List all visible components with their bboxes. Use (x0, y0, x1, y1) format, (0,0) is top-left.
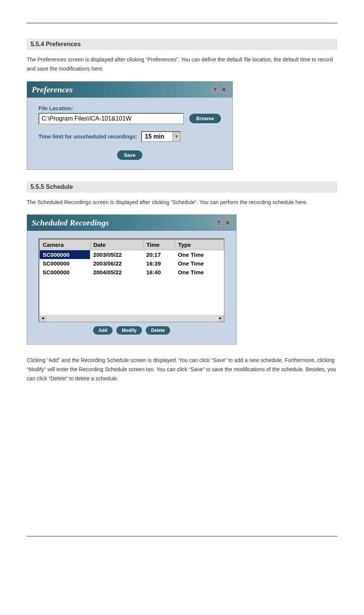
time-limit-select[interactable]: 15 min ▼ (141, 131, 181, 142)
titlebar: Preferences ? ✕ (27, 82, 232, 98)
scroll-left-icon[interactable]: ◄ (39, 315, 46, 322)
col-date[interactable]: Date (90, 240, 143, 250)
close-icon[interactable]: ✕ (224, 219, 232, 227)
section-heading-schedule: 5.5.5 Schedule (27, 181, 337, 193)
modify-button[interactable]: Modify (116, 326, 142, 335)
window-title: Preferences (32, 85, 73, 95)
table-empty-area (39, 277, 224, 315)
schedule-table: Camera Date Time Type SC000000 2003/05/2… (39, 238, 225, 322)
cell-type: One Time (175, 250, 224, 259)
cell-time: 16:39 (143, 259, 175, 268)
cell-date: 2003/06/22 (90, 259, 143, 268)
add-button[interactable]: Add (93, 326, 113, 335)
cell-camera: SC000000 (40, 259, 90, 268)
section-text-schedule: The Scheduled Recordings screen is displ… (27, 198, 337, 207)
scroll-right-icon[interactable]: ► (217, 315, 224, 322)
cell-type: One Time (175, 268, 224, 277)
section-text-preferences: The Preferences screen is displayed afte… (27, 55, 337, 74)
file-location-input[interactable]: C:\Program Files\ICA-101&101W (39, 113, 184, 124)
close-icon[interactable]: ✕ (220, 86, 228, 93)
section-heading-preferences: 5.5.4 Preferences (27, 39, 337, 50)
cell-type: One Time (175, 259, 224, 268)
window-title: Scheduled Recordings (32, 218, 109, 228)
titlebar: Scheduled Recordings ? ✕ (27, 215, 236, 231)
file-location-label: File Location: (39, 105, 221, 111)
delete-button[interactable]: Delete (146, 326, 170, 335)
footer-text: Clicking “Add” and the Recording Schedul… (27, 356, 337, 383)
time-limit-value: 15 min (142, 132, 172, 141)
help-icon[interactable]: ? (211, 86, 219, 93)
col-type[interactable]: Type (175, 240, 224, 250)
cell-camera: SC000000 (40, 268, 90, 277)
browse-button[interactable]: Browse (189, 114, 221, 123)
chevron-down-icon[interactable]: ▼ (172, 132, 180, 141)
save-button[interactable]: Save (117, 150, 142, 160)
help-icon[interactable]: ? (215, 219, 222, 227)
scroll-track[interactable] (46, 315, 217, 322)
cell-date: 2004/05/22 (90, 268, 143, 277)
schedule-window: Scheduled Recordings ? ✕ Camera Date Tim… (27, 214, 237, 345)
cell-camera: SC000000 (40, 250, 90, 259)
cell-date: 2003/05/22 (90, 250, 143, 259)
table-row[interactable]: SC000000 2004/05/22 16:40 One Time (40, 268, 224, 277)
col-time[interactable]: Time (143, 240, 175, 250)
cell-time: 20:17 (143, 250, 175, 259)
preferences-window: Preferences ? ✕ File Location: C:\Progra… (27, 81, 233, 170)
col-camera[interactable]: Camera (40, 240, 90, 250)
table-row[interactable]: SC000000 2003/06/22 16:39 One Time (40, 259, 224, 268)
h-scrollbar[interactable]: ◄ ► (39, 315, 224, 322)
time-limit-label: Time limit for unscheduled recordings: (39, 134, 137, 140)
table-row[interactable]: SC000000 2003/05/22 20:17 One Time (40, 250, 224, 259)
cell-time: 16:40 (143, 268, 175, 277)
